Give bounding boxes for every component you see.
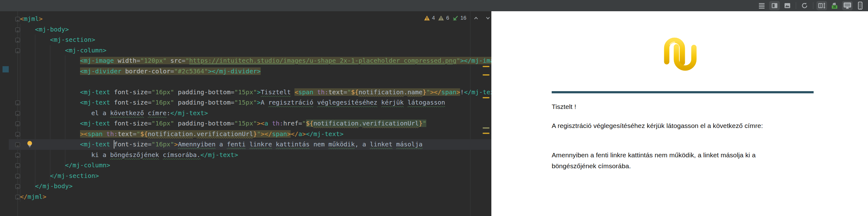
code-line[interactable]: </mj-body> (20, 181, 72, 192)
code-token: linket (370, 140, 392, 148)
fold-marker[interactable] (15, 132, 20, 137)
code-line[interactable]: el a következő címre:</mj-text> (20, 108, 208, 119)
code-token: ! (460, 88, 464, 96)
desktop-preview-icon[interactable] (842, 1, 853, 10)
error-stripe-mark[interactable] (483, 74, 490, 76)
code-line[interactable]: <mj-text font-size="16px" padding-bottom… (20, 118, 426, 129)
export-html-icon[interactable]: H (829, 1, 840, 10)
preview-paragraph: böngészőjének címsorába. (552, 162, 631, 170)
code-token: ${ (141, 130, 148, 138)
code-token: " (426, 88, 430, 96)
code-token: padding-bottom (174, 88, 231, 96)
code-token: " (185, 57, 189, 64)
code-token: " (347, 88, 351, 96)
code-token: > (257, 99, 261, 106)
inspections-widget[interactable]: 4 6 16 (424, 14, 491, 22)
code-token: Amennyiben (178, 140, 215, 148)
fold-marker[interactable] (15, 48, 20, 53)
code-token: ></mj-divider> (208, 67, 261, 75)
code-token: = (298, 119, 302, 127)
code-token: <mj-image (80, 57, 118, 64)
code-line[interactable]: <mj-column> (20, 45, 106, 56)
code-token: < (20, 15, 24, 23)
code-token (377, 99, 381, 106)
code-line[interactable]: <mj-image width="120px" src="https://int… (20, 56, 491, 66)
fold-marker[interactable] (15, 28, 20, 32)
text-caret (114, 140, 115, 149)
fold-marker[interactable] (15, 101, 20, 105)
code-line[interactable]: <mj-text font-size="16px" padding-bottom… (20, 87, 491, 98)
code-token: . (359, 119, 362, 127)
fold-marker[interactable] (15, 142, 20, 147)
u-shape-logo (663, 37, 697, 73)
fold-marker[interactable] (15, 174, 20, 179)
code-token: kérjük (381, 99, 404, 106)
code-token: = (133, 130, 136, 138)
weak-warning-icon (438, 15, 444, 21)
split-orientation-icon[interactable] (816, 1, 827, 10)
code-token: mjml (24, 15, 39, 23)
code-token: regisztráció (268, 99, 313, 106)
code-token: span (298, 88, 317, 96)
code-token: = (231, 88, 235, 96)
fold-marker[interactable] (15, 163, 20, 168)
error-stripe-mark[interactable] (483, 133, 490, 134)
code-token: Tisztelt (261, 88, 291, 96)
code-line[interactable]: <mj-text font-size="16px">Amennyiben a f… (20, 139, 423, 150)
code-line[interactable]: ki a böngészőjének címsorába.</mj-text> (20, 150, 238, 160)
code-token: > (39, 15, 42, 23)
code-editor[interactable]: <mjml><mj-body><mj-section><mj-column><m… (0, 11, 491, 216)
fold-marker[interactable] (15, 153, 20, 158)
code-line[interactable]: <mjml> (20, 14, 42, 24)
code-line[interactable]: <mj-text font-size="16px" padding-bottom… (20, 97, 445, 108)
editor-and-preview-icon[interactable] (769, 1, 780, 10)
previous-problem-icon[interactable] (473, 15, 479, 21)
code-line[interactable]: <mj-divider border-color="#2c5364"></mj-… (20, 66, 261, 77)
fold-marker[interactable] (15, 17, 20, 22)
code-token: ${ (306, 119, 313, 127)
code-token (404, 99, 408, 106)
fold-marker[interactable] (15, 111, 20, 116)
export-html-badge: H (833, 5, 836, 9)
fold-marker[interactable] (15, 184, 20, 189)
error-stripe-mark[interactable] (483, 66, 490, 67)
code-token: < (261, 119, 265, 127)
toolbar-separator (813, 2, 813, 9)
fold-marker[interactable] (15, 195, 20, 200)
code-token: text (118, 130, 132, 138)
code-token: ></mj-image> (460, 57, 491, 64)
fold-marker[interactable] (15, 38, 20, 42)
next-problem-icon[interactable] (485, 15, 491, 21)
code-token: a (216, 140, 227, 148)
warning-count[interactable]: 4 (432, 15, 435, 21)
weak-warning-count[interactable]: 6 (446, 15, 449, 21)
code-line[interactable]: <mj-section> (20, 35, 95, 45)
mobile-preview-icon[interactable] (855, 1, 866, 10)
intention-bulb-icon[interactable] (26, 140, 33, 149)
code-token: } (253, 130, 257, 138)
color-preview-swatch[interactable] (2, 66, 9, 72)
error-stripe-mark[interactable] (483, 128, 490, 129)
code-line[interactable]: </mj-section> (20, 171, 99, 181)
refresh-preview-icon[interactable] (799, 1, 810, 10)
code-token: "16px" (152, 140, 174, 148)
fold-marker[interactable] (15, 121, 20, 126)
code-line[interactable]: </mj-column> (20, 160, 110, 171)
code-token: notification (359, 88, 404, 96)
code-token: = (170, 67, 174, 75)
code-token: verificationUrl (196, 130, 253, 138)
code-line[interactable]: <mj-body> (20, 24, 69, 35)
code-token: </ (20, 193, 28, 201)
code-token: https://intuitech.studio/images/u-shape_… (189, 57, 456, 64)
editor-only-icon[interactable] (756, 1, 767, 10)
code-line[interactable]: ><span th:text="${notification.verificat… (20, 129, 343, 140)
error-stripe-mark[interactable] (483, 97, 490, 98)
code-line[interactable]: </mjml> (20, 192, 46, 202)
code-token: " (456, 57, 460, 64)
code-token: > (456, 88, 460, 96)
code-token: "15px" (235, 99, 257, 106)
code-token: font-size (114, 99, 148, 106)
typo-count[interactable]: 16 (460, 15, 466, 21)
preview-only-icon[interactable] (782, 1, 793, 10)
code-token: <mj-text (80, 88, 114, 96)
